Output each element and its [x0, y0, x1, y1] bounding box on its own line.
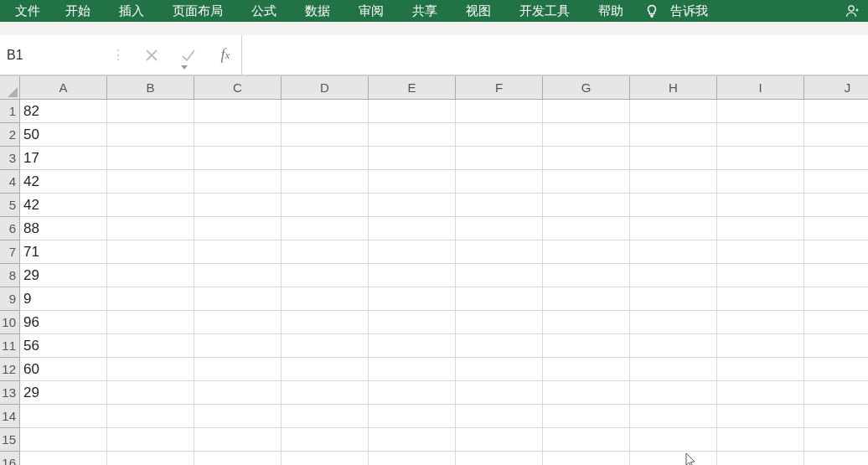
tab-home[interactable]: 开始	[54, 1, 102, 22]
cell[interactable]: 88	[20, 217, 107, 240]
cell[interactable]	[630, 405, 717, 428]
cell[interactable]	[456, 311, 543, 334]
cell[interactable]	[456, 240, 543, 264]
tab-developer[interactable]: 开发工具	[508, 1, 581, 22]
cell[interactable]	[630, 217, 717, 240]
share-user-icon[interactable]	[840, 3, 868, 18]
cell[interactable]	[282, 264, 369, 287]
cell[interactable]	[369, 217, 456, 240]
cell[interactable]	[717, 170, 804, 194]
cell[interactable]	[804, 311, 868, 334]
column-header[interactable]: J	[804, 76, 868, 100]
row-header[interactable]: 12	[0, 358, 20, 381]
cell[interactable]	[107, 194, 194, 217]
cell[interactable]: 96	[20, 311, 107, 334]
tab-review[interactable]: 审阅	[347, 1, 395, 22]
cell[interactable]	[804, 381, 868, 405]
cell[interactable]	[804, 452, 868, 465]
cell[interactable]	[107, 405, 194, 428]
cell[interactable]	[804, 334, 868, 358]
column-header[interactable]: G	[543, 76, 630, 100]
cell[interactable]	[804, 123, 868, 147]
tab-help[interactable]: 帮助	[586, 1, 635, 22]
cell[interactable]	[717, 334, 804, 358]
cell[interactable]	[194, 428, 282, 452]
cell[interactable]: 42	[20, 170, 107, 194]
cell[interactable]	[369, 358, 456, 381]
cell[interactable]	[630, 287, 717, 311]
cell[interactable]	[282, 100, 369, 123]
cell[interactable]	[20, 405, 107, 428]
cell[interactable]	[456, 287, 543, 311]
tab-data[interactable]: 数据	[293, 1, 342, 22]
column-header[interactable]: H	[630, 76, 717, 100]
cell[interactable]	[630, 428, 717, 452]
cell[interactable]	[543, 217, 630, 240]
cell[interactable]	[456, 100, 543, 123]
cell[interactable]	[717, 100, 804, 123]
cell[interactable]	[282, 311, 369, 334]
cell[interactable]	[194, 381, 282, 405]
cell[interactable]	[107, 381, 194, 405]
cell[interactable]	[456, 428, 543, 452]
cell[interactable]: 42	[20, 194, 107, 217]
cell[interactable]	[107, 287, 194, 311]
cell[interactable]	[107, 358, 194, 381]
cell[interactable]	[282, 334, 369, 358]
cell[interactable]	[282, 217, 369, 240]
row-header[interactable]: 9	[0, 287, 20, 311]
column-header[interactable]: E	[369, 76, 456, 100]
cell[interactable]	[369, 100, 456, 123]
tab-page-layout[interactable]: 页面布局	[161, 1, 235, 22]
cell[interactable]	[543, 405, 630, 428]
cell[interactable]	[369, 287, 456, 311]
cell[interactable]	[456, 358, 543, 381]
cell[interactable]	[630, 100, 717, 123]
cell[interactable]: 29	[20, 381, 107, 405]
cell[interactable]	[282, 358, 369, 381]
cell[interactable]	[717, 287, 804, 311]
cell[interactable]	[369, 405, 456, 428]
row-header[interactable]: 3	[0, 147, 20, 170]
cell[interactable]	[456, 452, 543, 465]
tab-view[interactable]: 视图	[454, 1, 503, 22]
cell[interactable]	[369, 123, 456, 147]
cell[interactable]	[107, 428, 194, 452]
cell[interactable]	[543, 264, 630, 287]
cell[interactable]	[282, 194, 369, 217]
cell[interactable]	[804, 428, 868, 452]
cell[interactable]	[194, 194, 282, 217]
row-header[interactable]: 10	[0, 311, 20, 334]
cell[interactable]	[194, 452, 282, 465]
cell[interactable]	[543, 311, 630, 334]
cell[interactable]	[804, 287, 868, 311]
cell[interactable]	[717, 147, 804, 170]
cell[interactable]	[282, 405, 369, 428]
cell[interactable]	[194, 264, 282, 287]
tab-file[interactable]: 文件	[7, 1, 49, 22]
cell[interactable]	[107, 334, 194, 358]
cell[interactable]	[107, 100, 194, 123]
cell[interactable]	[543, 100, 630, 123]
cell[interactable]	[456, 405, 543, 428]
cell[interactable]	[630, 264, 717, 287]
cell[interactable]	[194, 147, 282, 170]
cell[interactable]: 71	[20, 240, 107, 264]
cell[interactable]	[543, 381, 630, 405]
cell[interactable]	[543, 428, 630, 452]
cell[interactable]	[107, 147, 194, 170]
cell[interactable]	[804, 170, 868, 194]
row-header[interactable]: 2	[0, 123, 20, 147]
cell[interactable]	[804, 194, 868, 217]
cell[interactable]	[369, 147, 456, 170]
cell[interactable]: 50	[20, 123, 107, 147]
cell[interactable]: 17	[20, 147, 107, 170]
row-header[interactable]: 15	[0, 428, 20, 452]
cell[interactable]	[543, 358, 630, 381]
cell[interactable]	[717, 452, 804, 465]
cell[interactable]	[369, 264, 456, 287]
cell[interactable]	[194, 100, 282, 123]
cell[interactable]: 56	[20, 334, 107, 358]
cell[interactable]	[630, 381, 717, 405]
cell[interactable]	[543, 194, 630, 217]
